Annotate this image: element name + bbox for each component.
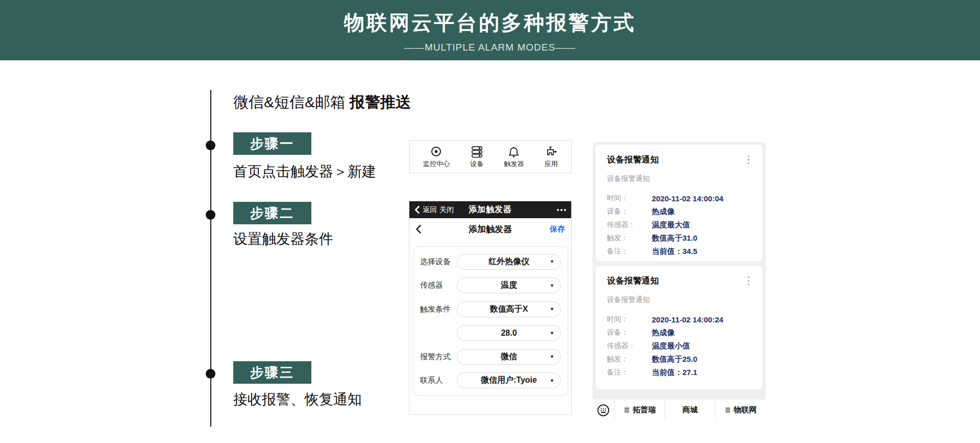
step-2-desc: 设置触发器条件	[233, 229, 333, 249]
close-button[interactable]: 关闭	[439, 205, 454, 215]
sensor-dropdown[interactable]: 温度 ▼	[457, 277, 561, 293]
card-row-sensor: 传感器： 温度最大值	[607, 218, 751, 231]
menu-item-tuopurui[interactable]: 拓普瑞	[614, 400, 665, 421]
toolbar-item-trigger[interactable]: 触发器	[504, 145, 524, 169]
card-row-sensor: 传感器： 温度最小值	[607, 339, 751, 353]
form-label: 触发条件	[420, 305, 457, 314]
step-2-badge: 步骤二	[233, 202, 311, 224]
row-label: 触发：	[607, 355, 652, 364]
row-label: 时间：	[607, 315, 652, 324]
app-toolbar: 监控中心 设备 触发器	[409, 140, 572, 173]
dropdown-value: 微信用户:Tyoie	[481, 375, 537, 386]
save-button[interactable]: 保存	[538, 224, 565, 234]
back-chevron-icon[interactable]	[414, 205, 420, 214]
caret-down-icon: ▼	[550, 378, 554, 383]
menu-item-label: 物联网	[734, 405, 757, 415]
nav-title: 添加触发器	[442, 223, 538, 235]
card-title: 设备报警通知	[607, 275, 659, 287]
phone-mockup: 返回 关闭 添加触发器 添加触发器 保存 选择设备 红外热像仪 ▼	[409, 201, 572, 415]
row-value: 数值高于25.0	[652, 355, 697, 364]
app-faucet-icon	[544, 145, 558, 159]
menu-item-mall[interactable]: 商城	[665, 400, 715, 421]
form-row-alarm-method: 报警方式 微信 ▼	[420, 345, 561, 368]
page-subtitle: ——MULTIPLE ALARM MODES——	[0, 42, 980, 53]
toolbar-item-app[interactable]: 应用	[544, 145, 558, 169]
dropdown-value: 数值高于X	[490, 304, 528, 315]
card-menu-icon[interactable]	[746, 275, 751, 287]
card-row-device: 设备： 热成像	[607, 326, 751, 339]
row-value: 当前值：27.1	[652, 368, 697, 378]
wechat-titlebar: 返回 关闭 添加触发器	[409, 201, 571, 218]
card-row-trigger: 触发： 数值高于25.0	[607, 353, 751, 366]
page-title: 物联网云平台的多种报警方式	[0, 0, 980, 37]
menu-item-label: 商城	[682, 405, 698, 415]
row-label: 设备：	[607, 207, 652, 216]
alarm-notification-card-1: 设备报警通知 设备报警通知 时间： 2020-11-02 14:00:04 设备…	[596, 145, 763, 261]
row-value: 热成像	[652, 328, 675, 338]
card-row-device: 设备： 热成像	[607, 205, 751, 218]
card-subtitle: 设备报警通知	[607, 295, 751, 305]
nav-back-chevron-icon	[415, 224, 422, 234]
back-button[interactable]: 返回	[423, 205, 437, 215]
toolbar-item-label: 触发器	[504, 159, 524, 169]
section-title-bold: 报警推送	[350, 94, 411, 110]
form-row-contact: 联系人 微信用户:Tyoie ▼	[420, 369, 561, 392]
card-menu-icon[interactable]	[746, 154, 751, 166]
form-row-condition: 触发条件 数值高于X ▼	[420, 298, 561, 320]
monitor-center-icon	[429, 145, 443, 159]
menu-item-iot[interactable]: 物联网	[715, 400, 766, 421]
row-label: 备注：	[607, 368, 652, 377]
bottom-menu-bar: 拓普瑞 商城 物联网	[593, 400, 766, 421]
caret-down-icon: ▼	[550, 283, 554, 288]
hero-banner: 物联网云平台的多种报警方式 ——MULTIPLE ALARM MODES——	[0, 0, 980, 60]
timeline-dot-2	[206, 210, 215, 220]
dropdown-value: 红外热像仪	[488, 257, 529, 267]
toolbar-item-label: 设备	[470, 159, 483, 169]
row-label: 传感器：	[607, 341, 652, 351]
timeline-dot-1	[206, 141, 215, 150]
card-subtitle: 设备报警通知	[607, 174, 751, 183]
more-options-icon[interactable]	[520, 209, 566, 211]
toolbar-item-devices[interactable]: 设备	[470, 145, 484, 169]
card-row-time: 时间： 2020-11-02 14:00:24	[607, 313, 751, 326]
form-row-device: 选择设备 红外热像仪 ▼	[420, 250, 561, 273]
card-row-remark: 备注： 当前值：27.1	[607, 366, 751, 379]
menu-lines-icon	[624, 407, 630, 413]
caret-down-icon: ▼	[550, 259, 554, 264]
row-label: 设备：	[607, 328, 652, 337]
dropdown-value: 温度	[501, 280, 517, 291]
notification-panel: 设备报警通知 设备报警通知 时间： 2020-11-02 14:00:04 设备…	[593, 142, 766, 421]
step-1-desc: 首页点击触发器＞新建	[233, 162, 376, 181]
nav-back-button[interactable]	[415, 224, 442, 234]
row-label: 时间：	[607, 194, 652, 203]
section-title-regular: 微信&短信&邮箱	[233, 94, 346, 110]
row-label: 传感器：	[607, 220, 652, 229]
form-label: 报警方式	[420, 352, 457, 362]
toolbar-item-monitor-center[interactable]: 监控中心	[423, 145, 450, 169]
step-3-desc: 接收报警、恢复通知	[233, 390, 362, 409]
row-value: 2020-11-02 14:00:04	[652, 194, 723, 203]
keyboard-icon	[597, 404, 610, 417]
step-1-badge: 步骤一	[233, 132, 311, 155]
dropdown-value: 微信	[501, 352, 517, 362]
caret-down-icon: ▼	[550, 354, 554, 359]
trigger-form: 选择设备 红外热像仪 ▼ 传感器 温度 ▼ 触发条件 数值高于X ▼	[413, 246, 568, 396]
row-value: 温度最大值	[652, 220, 690, 230]
menu-lines-icon	[725, 407, 731, 413]
condition-dropdown[interactable]: 数值高于X ▼	[457, 301, 561, 317]
form-label: 联系人	[420, 376, 457, 385]
row-value: 当前值：34.5	[652, 247, 697, 257]
section-title: 微信&短信&邮箱报警推送	[233, 92, 411, 113]
threshold-dropdown[interactable]: 28.0 ▼	[457, 325, 561, 341]
form-label: 选择设备	[420, 257, 457, 267]
alarm-method-dropdown[interactable]: 微信 ▼	[457, 349, 561, 365]
card-row-remark: 备注： 当前值：34.5	[607, 245, 751, 258]
device-dropdown[interactable]: 红外热像仪 ▼	[457, 254, 561, 270]
contact-dropdown[interactable]: 微信用户:Tyoie ▼	[457, 372, 561, 388]
page-nav: 添加触发器 保存	[409, 218, 571, 240]
row-value: 数值高于31.0	[652, 234, 697, 243]
keyboard-button[interactable]	[593, 400, 614, 421]
row-value: 2020-11-02 14:00:24	[652, 315, 723, 324]
step-3-badge: 步骤三	[233, 361, 311, 384]
trigger-bell-icon	[507, 145, 521, 159]
